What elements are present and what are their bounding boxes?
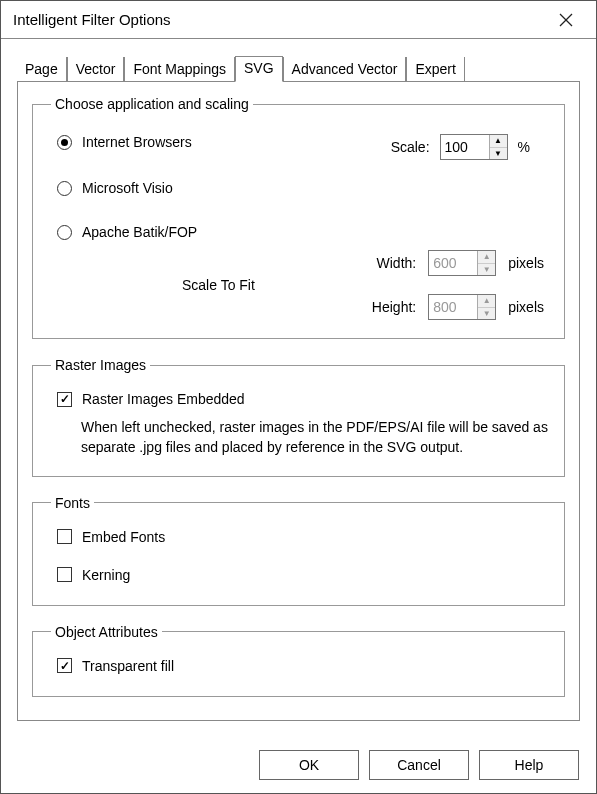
close-icon: [559, 13, 573, 27]
raster-description: When left unchecked, raster images in th…: [47, 411, 550, 458]
height-spin-up[interactable]: ▲: [478, 295, 495, 308]
cancel-button[interactable]: Cancel: [369, 750, 469, 780]
tab-svg[interactable]: SVG: [235, 56, 283, 82]
tab-page[interactable]: Page: [17, 57, 67, 81]
width-spin-down[interactable]: ▼: [478, 264, 495, 276]
group-object-attributes: Object Attributes Transparent fill: [32, 624, 565, 697]
tab-panel-svg: Choose application and scaling Internet …: [17, 81, 580, 721]
tab-expert[interactable]: Expert: [406, 57, 464, 81]
ok-button[interactable]: OK: [259, 750, 359, 780]
check-transparent-fill[interactable]: [57, 658, 72, 673]
window-title: Intelligent Filter Options: [13, 11, 546, 28]
close-button[interactable]: [546, 5, 586, 35]
width-spin-up[interactable]: ▲: [478, 251, 495, 264]
scale-spin-down[interactable]: ▼: [490, 148, 507, 160]
height-unit: pixels: [508, 299, 544, 315]
group-scaling: Choose application and scaling Internet …: [32, 96, 565, 339]
radio-apache-batik-label: Apache Batik/FOP: [82, 224, 197, 240]
tab-font-mappings[interactable]: Font Mappings: [124, 57, 235, 81]
tab-vector[interactable]: Vector: [67, 57, 125, 81]
scale-spin-up[interactable]: ▲: [490, 135, 507, 148]
radio-microsoft-visio[interactable]: [57, 181, 72, 196]
help-button[interactable]: Help: [479, 750, 579, 780]
scale-unit: %: [518, 139, 530, 155]
width-input-wrap: ▲ ▼: [428, 250, 496, 276]
scale-label: Scale:: [391, 139, 430, 155]
radio-microsoft-visio-label: Microsoft Visio: [82, 180, 173, 196]
check-kerning[interactable]: [57, 567, 72, 582]
tab-strip: Page Vector Font Mappings SVG Advanced V…: [17, 55, 580, 81]
group-scaling-legend: Choose application and scaling: [51, 96, 253, 112]
width-label: Width:: [372, 255, 416, 271]
radio-internet-browsers-label: Internet Browsers: [82, 134, 192, 150]
height-spin-down[interactable]: ▼: [478, 308, 495, 320]
check-embed-fonts-label: Embed Fonts: [82, 529, 165, 545]
height-input-wrap: ▲ ▼: [428, 294, 496, 320]
radio-internet-browsers[interactable]: [57, 135, 72, 150]
scale-to-fit-label: Scale To Fit: [47, 277, 360, 293]
group-raster: Raster Images Raster Images Embedded Whe…: [32, 357, 565, 477]
width-unit: pixels: [508, 255, 544, 271]
scale-input-wrap: ▲ ▼: [440, 134, 508, 160]
group-object-attributes-legend: Object Attributes: [51, 624, 162, 640]
width-input[interactable]: [429, 251, 477, 275]
check-raster-embedded-label: Raster Images Embedded: [82, 391, 245, 407]
group-fonts-legend: Fonts: [51, 495, 94, 511]
group-raster-legend: Raster Images: [51, 357, 150, 373]
scale-input[interactable]: [441, 135, 489, 159]
check-kerning-label: Kerning: [82, 567, 130, 583]
check-embed-fonts[interactable]: [57, 529, 72, 544]
height-label: Height:: [372, 299, 416, 315]
height-input[interactable]: [429, 295, 477, 319]
radio-apache-batik[interactable]: [57, 225, 72, 240]
tab-advanced-vector[interactable]: Advanced Vector: [283, 57, 407, 81]
check-raster-embedded[interactable]: [57, 392, 72, 407]
group-fonts: Fonts Embed Fonts Kerning: [32, 495, 565, 606]
check-transparent-fill-label: Transparent fill: [82, 658, 174, 674]
